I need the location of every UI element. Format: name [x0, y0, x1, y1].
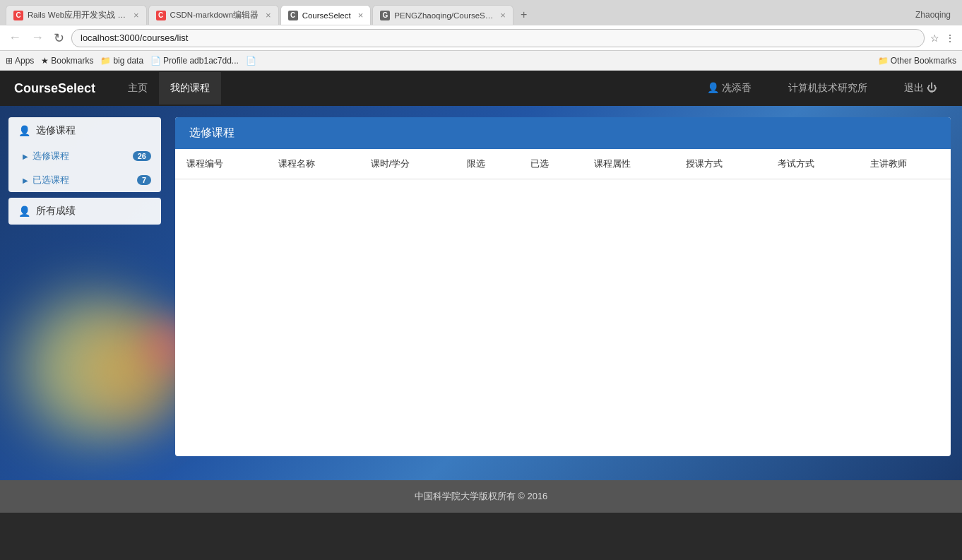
bookmark-bigdata-label: big data — [113, 56, 143, 66]
bookmark-bigdata[interactable]: 📁 big data — [100, 56, 143, 66]
panel-header: 选修课程 — [175, 117, 951, 149]
bookmark-other[interactable]: 📁 Other Bookmarks — [878, 56, 956, 66]
navbar-right: 👤 冼添香 计算机技术研究所 退出 ⏻ — [696, 72, 948, 105]
main-content: 选修课程 课程编号 课程名称 课时/学分 限选 已选 课程属性 — [170, 106, 962, 480]
navbar: CourseSelect 主页 我的课程 👤 冼添香 计算机技术研究所 退出 ⏻ — [0, 71, 962, 106]
content-panel: 选修课程 课程编号 课程名称 课时/学分 限选 已选 课程属性 — [175, 117, 951, 456]
tab-close-rails[interactable]: × — [133, 10, 139, 20]
navbar-brand[interactable]: CourseSelect — [14, 81, 95, 96]
user-label: Zhaoqing — [915, 10, 956, 20]
address-bar: ← → ↻ ☆ ⋮ — [0, 25, 962, 51]
bookmark-apps-label: Apps — [15, 56, 34, 66]
col-teacher: 主讲教师 — [859, 149, 951, 179]
tab-icon-github: G — [380, 11, 390, 20]
sidebar-section-elective: 👤 选修课程 ▶ 选修课程 26 ▶ 已选课程 7 — [8, 117, 161, 192]
folder-other-icon: 📁 — [878, 56, 889, 66]
doc-profile-icon: 📄 — [150, 56, 161, 66]
tab-icon-csdn: C — [156, 11, 166, 20]
nav-home[interactable]: 主页 — [117, 72, 159, 105]
tab-label-rails: Rails Web应用开发实战 – 学生... — [28, 10, 126, 20]
nav-user[interactable]: 👤 冼添香 — [696, 72, 763, 105]
bookmark-profile[interactable]: 📄 Profile adb1ac7dd... — [150, 56, 239, 66]
bookmark-bookmarks-label: Bookmarks — [51, 56, 93, 66]
tab-label-github: PENGZhaoqing/CourseSelect... — [394, 11, 493, 20]
footer-text: 中国科学院大学版权所有 © 2016 — [415, 491, 548, 501]
sidebar-grades-title: 所有成绩 — [36, 205, 76, 218]
col-teach-method: 授课方式 — [675, 149, 766, 179]
bookmark-bookmarks[interactable]: ★ Bookmarks — [41, 56, 93, 66]
sidebar: 👤 选修课程 ▶ 选修课程 26 ▶ 已选课程 7 — [0, 106, 170, 480]
col-limit: 限选 — [456, 149, 519, 179]
forward-button[interactable]: → — [28, 29, 47, 47]
folder-bigdata-icon: 📁 — [100, 56, 111, 66]
bookmark-other-label: Other Bookmarks — [891, 56, 956, 66]
reload-button[interactable]: ↻ — [51, 29, 67, 47]
col-course-number: 课程编号 — [175, 149, 267, 179]
sidebar-selected-badge: 7 — [137, 175, 151, 185]
person-icon-grades: 👤 — [18, 205, 30, 217]
address-input[interactable] — [71, 29, 925, 47]
sidebar-elective-badge: 26 — [133, 151, 151, 161]
sidebar-section-grades-header[interactable]: 👤 所有成绩 — [8, 198, 161, 225]
footer: 中国科学院大学版权所有 © 2016 — [0, 480, 962, 513]
table-header-row: 课程编号 课程名称 课时/学分 限选 已选 课程属性 授课方式 考试方式 主讲教… — [175, 149, 951, 179]
nav-mycourses[interactable]: 我的课程 — [159, 72, 221, 105]
sidebar-item-elective-courses[interactable]: ▶ 选修课程 26 — [8, 144, 161, 168]
navbar-links: 主页 我的课程 — [117, 72, 221, 105]
col-selected: 已选 — [519, 149, 583, 179]
sidebar-elective-courses-label: 选修课程 — [32, 150, 69, 162]
sidebar-elective-title: 选修课程 — [36, 124, 76, 137]
col-hours-credits: 课时/学分 — [360, 149, 456, 179]
tab-courseselect[interactable]: C CourseSelect × — [280, 5, 372, 25]
new-tab-button[interactable]: + — [515, 6, 533, 24]
sidebar-section-grades: 👤 所有成绩 — [8, 198, 161, 225]
app-wrapper: CourseSelect 主页 我的课程 👤 冼添香 计算机技术研究所 退出 ⏻ — [0, 71, 962, 513]
menu-icon[interactable]: ⋮ — [944, 31, 956, 45]
bookmark-profile-label: Profile adb1ac7dd... — [163, 56, 239, 66]
tab-close-courseselect[interactable]: × — [358, 10, 364, 20]
tab-close-csdn[interactable]: × — [266, 10, 271, 20]
tab-close-github[interactable]: × — [500, 10, 506, 20]
tab-label-courseselect: CourseSelect — [302, 11, 351, 20]
bookmark-extra[interactable]: 📄 — [246, 56, 256, 66]
tab-rails[interactable]: C Rails Web应用开发实战 – 学生... × — [6, 5, 147, 25]
nav-dept[interactable]: 计算机技术研究所 — [777, 72, 879, 105]
sidebar-item-selected-left: ▶ 已选课程 — [23, 174, 69, 186]
nav-logout[interactable]: 退出 ⏻ — [893, 72, 948, 105]
tab-icon-courseselect: C — [288, 11, 298, 20]
bookmarks-bar: ⊞ Apps ★ Bookmarks 📁 big data 📄 Profile … — [0, 51, 962, 71]
sidebar-selected-courses-label: 已选课程 — [32, 174, 69, 186]
tab-label-csdn: CSDN-markdown编辑器 — [170, 10, 259, 20]
back-button[interactable]: ← — [6, 29, 24, 47]
chevron-selected-icon: ▶ — [23, 177, 28, 184]
nav-user-label: 冼添香 — [722, 82, 752, 93]
star-bookmark-icon: ★ — [41, 56, 49, 66]
page-content: 👤 选修课程 ▶ 选修课程 26 ▶ 已选课程 7 — [0, 106, 962, 480]
col-course-name: 课程名称 — [267, 149, 359, 179]
nav-logout-label: 退出 — [904, 82, 924, 93]
tab-github[interactable]: G PENGZhaoqing/CourseSelect... × — [372, 5, 513, 25]
bookmark-apps[interactable]: ⊞ Apps — [6, 56, 34, 66]
address-icons: ☆ ⋮ — [929, 31, 956, 45]
course-table: 课程编号 课程名称 课时/学分 限选 已选 课程属性 授课方式 考试方式 主讲教… — [175, 149, 951, 179]
sidebar-item-elective-left: ▶ 选修课程 — [23, 150, 69, 162]
power-icon: ⏻ — [927, 82, 937, 93]
star-icon[interactable]: ☆ — [929, 31, 941, 45]
table-head: 课程编号 课程名称 课时/学分 限选 已选 课程属性 授课方式 考试方式 主讲教… — [175, 149, 951, 179]
col-course-attr: 课程属性 — [583, 149, 675, 179]
panel-body: 课程编号 课程名称 课时/学分 限选 已选 课程属性 授课方式 考试方式 主讲教… — [175, 149, 951, 179]
browser-frame: C Rails Web应用开发实战 – 学生... × C CSDN-markd… — [0, 0, 962, 71]
doc-extra-icon: 📄 — [246, 56, 256, 66]
apps-grid-icon: ⊞ — [6, 56, 13, 66]
title-bar: C Rails Web应用开发实战 – 学生... × C CSDN-markd… — [0, 0, 962, 25]
sidebar-section-elective-header[interactable]: 👤 选修课程 — [8, 117, 161, 144]
tab-icon-rails: C — [13, 11, 23, 20]
chevron-elective-icon: ▶ — [23, 153, 28, 160]
tab-csdn[interactable]: C CSDN-markdown编辑器 × — [148, 5, 279, 25]
panel-title: 选修课程 — [189, 126, 234, 138]
sidebar-item-selected-courses[interactable]: ▶ 已选课程 7 — [8, 168, 161, 192]
user-icon: 👤 — [707, 82, 719, 93]
person-icon-elective: 👤 — [18, 125, 30, 136]
col-exam-method: 考试方式 — [766, 149, 858, 179]
